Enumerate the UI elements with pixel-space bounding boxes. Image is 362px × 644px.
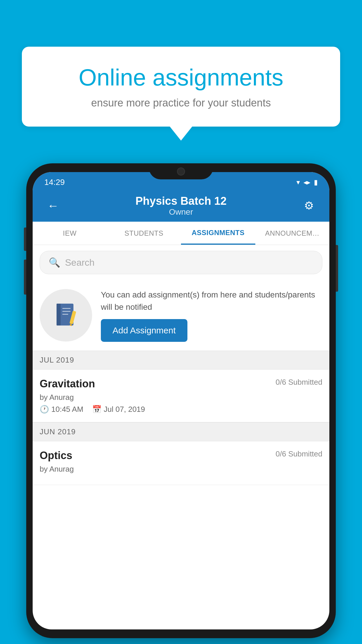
settings-button[interactable]: ⚙ bbox=[300, 199, 318, 212]
tab-assignments[interactable]: ASSIGNMENTS bbox=[181, 222, 255, 245]
search-container: 🔍 Search bbox=[33, 245, 329, 280]
phone-notch bbox=[149, 163, 213, 179]
assignment-title: Gravitation bbox=[40, 378, 95, 390]
svg-rect-1 bbox=[57, 304, 61, 326]
status-time: 14:29 bbox=[44, 178, 65, 187]
header-subtitle: Owner bbox=[62, 207, 300, 217]
assignment-date-value: Jul 07, 2019 bbox=[104, 405, 145, 414]
phone-screen: 14:29 ▾ ◂▸ ▮ ← Physics Batch 12 Owner ⚙ bbox=[33, 172, 329, 629]
calendar-icon: 📅 bbox=[92, 405, 101, 414]
month-header-jul: JUL 2019 bbox=[33, 351, 329, 370]
speech-bubble-subtitle: ensure more practice for your students bbox=[42, 97, 320, 109]
assignment-item-header-optics: Optics 0/6 Submitted bbox=[40, 449, 322, 462]
speech-bubble-title: Online assignments bbox=[42, 64, 320, 91]
tab-announcements[interactable]: ANNOUNCEM… bbox=[255, 222, 330, 245]
tab-iew[interactable]: IEW bbox=[33, 222, 107, 245]
assignment-item-optics[interactable]: Optics 0/6 Submitted by Anurag bbox=[33, 441, 329, 485]
status-icons: ▾ ◂▸ ▮ bbox=[296, 178, 318, 186]
speech-bubble-container: Online assignments ensure more practice … bbox=[22, 47, 340, 127]
assignment-icon-circle bbox=[40, 289, 92, 342]
assignment-meta: 🕐 10:45 AM 📅 Jul 07, 2019 bbox=[40, 405, 322, 414]
header-title: Physics Batch 12 bbox=[62, 195, 300, 207]
search-icon: 🔍 bbox=[49, 257, 60, 268]
assignment-submitted-optics: 0/6 Submitted bbox=[276, 449, 322, 459]
assignment-author: by Anurag bbox=[40, 393, 322, 402]
phone-side-button-left2 bbox=[24, 260, 26, 295]
assignment-title-optics: Optics bbox=[40, 449, 72, 462]
assignment-time: 🕐 10:45 AM bbox=[40, 405, 83, 414]
back-button[interactable]: ← bbox=[44, 199, 62, 212]
phone-side-button-right bbox=[336, 245, 338, 292]
header-title-block: Physics Batch 12 Owner bbox=[62, 195, 300, 217]
notebook-icon bbox=[54, 302, 78, 328]
phone-camera bbox=[177, 167, 185, 176]
assignment-prompt-text: You can add assignment(s) from here and … bbox=[101, 289, 322, 313]
wifi-icon: ▾ bbox=[296, 178, 300, 186]
svg-rect-4 bbox=[62, 314, 68, 315]
add-assignment-button[interactable]: Add Assignment bbox=[101, 319, 187, 342]
phone-side-button-left bbox=[24, 228, 26, 251]
battery-icon: ▮ bbox=[314, 178, 318, 186]
svg-rect-3 bbox=[62, 311, 71, 312]
phone-container: 14:29 ▾ ◂▸ ▮ ← Physics Batch 12 Owner ⚙ bbox=[26, 163, 336, 638]
assignment-prompt: You can add assignment(s) from here and … bbox=[33, 280, 329, 351]
tab-bar: IEW STUDENTS ASSIGNMENTS ANNOUNCEM… bbox=[33, 222, 329, 245]
tab-students[interactable]: STUDENTS bbox=[107, 222, 181, 245]
phone-frame: 14:29 ▾ ◂▸ ▮ ← Physics Batch 12 Owner ⚙ bbox=[26, 163, 336, 638]
assignment-item-header: Gravitation 0/6 Submitted bbox=[40, 378, 322, 390]
assignment-author-optics: by Anurag bbox=[40, 465, 322, 474]
assignment-date: 📅 Jul 07, 2019 bbox=[92, 405, 145, 414]
svg-rect-2 bbox=[62, 308, 71, 309]
app-header: ← Physics Batch 12 Owner ⚙ bbox=[33, 190, 329, 222]
signal-icon: ◂▸ bbox=[303, 178, 310, 186]
assignment-time-value: 10:45 AM bbox=[51, 405, 83, 414]
assignment-text-block: You can add assignment(s) from here and … bbox=[101, 289, 322, 342]
speech-bubble: Online assignments ensure more practice … bbox=[22, 47, 340, 127]
search-bar[interactable]: 🔍 Search bbox=[40, 251, 322, 274]
search-placeholder: Search bbox=[65, 257, 94, 268]
assignment-item-gravitation[interactable]: Gravitation 0/6 Submitted by Anurag 🕐 10… bbox=[33, 370, 329, 422]
assignment-submitted: 0/6 Submitted bbox=[276, 378, 322, 387]
clock-icon: 🕐 bbox=[40, 405, 49, 414]
month-header-jun: JUN 2019 bbox=[33, 422, 329, 441]
